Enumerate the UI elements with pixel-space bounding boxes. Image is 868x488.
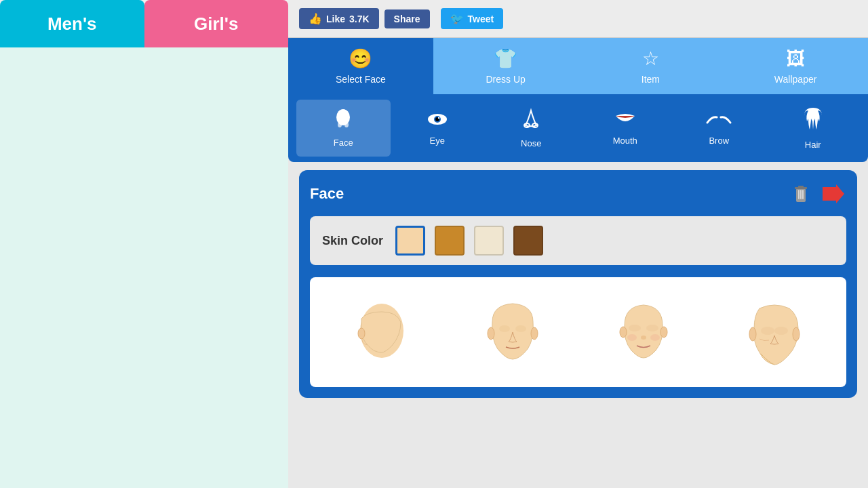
svg-rect-11 [798,186,804,188]
svg-point-24 [620,327,627,338]
skin-swatch-light[interactable] [395,226,425,256]
svg-rect-12 [798,190,800,199]
share-label: Share [394,14,420,24]
svg-point-1 [338,122,342,127]
twitter-icon: 🐦 [450,12,464,25]
svg-point-27 [646,325,658,331]
sub-mouth-label: Mouth [613,136,637,146]
skin-color-row: Skin Color [310,216,846,265]
face-panel-actions [788,181,846,207]
sub-nav: Face Eye Nose [288,94,868,162]
cat-select-face[interactable]: 😊 Select Face [288,38,433,94]
svg-point-34 [774,327,788,335]
nose-sub-icon [521,108,540,134]
face-sub-icon [333,108,353,134]
trash-button[interactable] [788,181,814,207]
gender-tabs: Men's Girl's [0,0,288,47]
cat-dress-up-label: Dress Up [486,74,525,85]
like-button[interactable]: 👍 Like 3.7K [299,8,379,29]
face-option-3[interactable] [583,288,705,376]
like-label: Like [326,14,345,24]
category-nav: 😊 Select Face 👕 Dress Up ☆ Item 🖼 Wallpa… [288,38,868,94]
svg-point-29 [650,334,660,341]
sub-eye-label: Eye [430,136,445,146]
thumbs-up-icon: 👍 [309,12,322,25]
sub-hair[interactable]: Hair [766,100,861,157]
sub-nose[interactable]: Nose [484,100,578,157]
content-area: Face [288,170,868,488]
skin-swatch-dark[interactable] [513,226,543,256]
cat-dress-up[interactable]: 👕 Dress Up [433,38,578,94]
avatar-canvas [0,47,288,488]
left-panel: Men's Girl's [0,0,288,488]
face-panel: Face [299,170,857,398]
tweet-label: Tweet [468,14,494,24]
svg-point-21 [531,327,538,340]
sub-face[interactable]: Face [296,100,391,157]
face-panel-title: Face [310,185,344,203]
right-panel: 👍 Like 3.7K Share 🐦 Tweet 😊 Select Face … [288,0,868,488]
sub-nose-label: Nose [521,138,541,148]
skin-color-label: Skin Color [322,234,383,248]
sub-brow[interactable]: Brow [672,100,766,157]
face-option-2[interactable] [452,288,574,376]
svg-rect-13 [800,190,802,199]
girls-label: Girl's [194,14,238,35]
svg-point-28 [627,334,637,341]
wallpaper-icon: 🖼 [786,47,805,70]
sub-brow-label: Brow [709,136,729,146]
svg-point-2 [344,122,349,127]
social-bar: 👍 Like 3.7K Share 🐦 Tweet [288,0,868,38]
svg-point-6 [438,117,439,119]
skin-swatch-pale[interactable] [474,226,504,256]
svg-point-26 [629,325,641,331]
like-count: 3.7K [349,14,370,24]
cat-wallpaper-label: Wallpaper [774,74,817,85]
svg-marker-15 [823,184,844,203]
share-button[interactable]: Share [384,9,430,28]
svg-point-32 [793,327,800,341]
face-grid [310,277,846,387]
svg-rect-14 [802,190,804,199]
face-option-4[interactable] [713,288,835,376]
brow-sub-icon [706,110,732,131]
mens-label: Men's [47,14,97,35]
svg-point-31 [749,327,756,341]
tweet-button[interactable]: 🐦 Tweet [441,8,504,29]
svg-point-20 [488,327,494,340]
face-option-1[interactable] [321,288,443,376]
svg-point-30 [641,336,646,340]
star-icon: ☆ [642,47,659,70]
mens-tab[interactable]: Men's [0,0,144,47]
smiley-icon: 😊 [349,47,372,70]
cat-item[interactable]: ☆ Item [578,38,724,94]
sub-mouth[interactable]: Mouth [578,100,673,157]
svg-point-25 [660,327,667,338]
cat-select-face-label: Select Face [336,74,386,85]
sub-eye[interactable]: Eye [391,100,485,157]
svg-point-33 [761,327,774,335]
girls-tab[interactable]: Girl's [144,0,289,47]
mouth-sub-icon [613,110,637,131]
hair-sub-icon [802,106,825,136]
svg-point-19 [358,328,365,339]
shirt-icon: 👕 [494,47,517,70]
sub-face-label: Face [334,138,353,148]
eye-sub-icon [427,110,448,131]
cat-item-label: Item [642,74,660,85]
svg-point-22 [499,325,510,332]
cat-wallpaper[interactable]: 🖼 Wallpaper [723,38,868,94]
face-panel-header: Face [310,181,846,207]
svg-point-23 [515,325,526,332]
sub-hair-label: Hair [805,140,821,150]
next-arrow-button[interactable] [821,181,846,207]
skin-swatch-tan[interactable] [435,226,465,256]
